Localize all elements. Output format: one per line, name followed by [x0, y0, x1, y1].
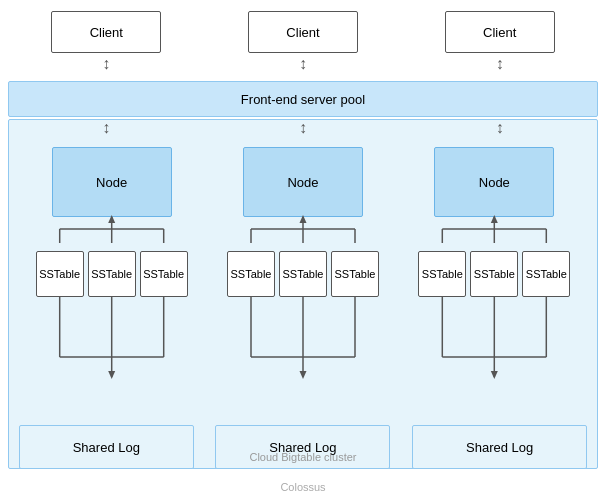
client-label-3: Client	[483, 25, 516, 40]
architecture-diagram: Client Client Client ↕ ↕ ↕ Front-end ser…	[8, 7, 598, 497]
sstable-3-2: SSTable	[470, 251, 518, 297]
client-box-1: Client	[51, 11, 161, 53]
client-arrow-2: ↕	[248, 55, 358, 73]
svg-marker-23	[108, 371, 115, 379]
sstable-3-1: SSTable	[418, 251, 466, 297]
client-arrow-1: ↕	[51, 55, 161, 73]
node-top-arrow-2-wrap: ↕	[213, 119, 393, 137]
sstable-groups: SSTable SSTable SSTable SSTable SSTable …	[16, 251, 590, 297]
node-to-sstable-connectors	[8, 215, 598, 255]
svg-marker-5	[108, 215, 115, 223]
node-top-arrow-1: ↕	[102, 119, 110, 137]
node-label-1: Node	[96, 175, 127, 190]
sstable-group-1: SSTable SSTable SSTable	[27, 251, 197, 297]
sstable-2-2: SSTable	[279, 251, 327, 297]
svg-marker-35	[491, 371, 498, 379]
sstable-1-3: SSTable	[140, 251, 188, 297]
sstable-2-1: SSTable	[227, 251, 275, 297]
node-top-arrows: ↕ ↕ ↕	[8, 119, 598, 137]
frontend-pool-label: Front-end server pool	[241, 92, 365, 107]
svg-marker-11	[300, 215, 307, 223]
nodes-row: Node Node Node	[16, 147, 590, 217]
bidirectional-arrow-1: ↕	[102, 55, 110, 73]
colossus-label: Colossus	[8, 481, 598, 493]
sstable-group-3: SSTable SSTable SSTable	[409, 251, 579, 297]
node-top-arrow-3: ↕	[496, 119, 504, 137]
sstable-3-3: SSTable	[522, 251, 570, 297]
sstable-1-1: SSTable	[36, 251, 84, 297]
frontend-pool: Front-end server pool	[8, 81, 598, 117]
node-label-2: Node	[287, 175, 318, 190]
svg-marker-29	[300, 371, 307, 379]
node-top-arrow-1-wrap: ↕	[16, 119, 196, 137]
node-top-arrow-2: ↕	[299, 119, 307, 137]
client-arrows-row: ↕ ↕ ↕	[8, 55, 598, 73]
sstable-group-2: SSTable SSTable SSTable	[218, 251, 388, 297]
node-box-1: Node	[52, 147, 172, 217]
client-label-1: Client	[90, 25, 123, 40]
node-label-3: Node	[479, 175, 510, 190]
node-box-2: Node	[243, 147, 363, 217]
client-box-3: Client	[445, 11, 555, 53]
client-box-2: Client	[248, 11, 358, 53]
svg-marker-17	[491, 215, 498, 223]
sstable-to-log-connectors	[8, 297, 598, 427]
clients-row: Client Client Client	[8, 11, 598, 53]
sstable-2-3: SSTable	[331, 251, 379, 297]
bidirectional-arrow-2: ↕	[299, 55, 307, 73]
client-arrow-3: ↕	[445, 55, 555, 73]
bigtable-cluster-label: Cloud Bigtable cluster	[8, 451, 598, 463]
bidirectional-arrow-3: ↕	[496, 55, 504, 73]
sstable-1-2: SSTable	[88, 251, 136, 297]
node-box-3: Node	[434, 147, 554, 217]
node-top-arrow-3-wrap: ↕	[410, 119, 590, 137]
client-label-2: Client	[286, 25, 319, 40]
